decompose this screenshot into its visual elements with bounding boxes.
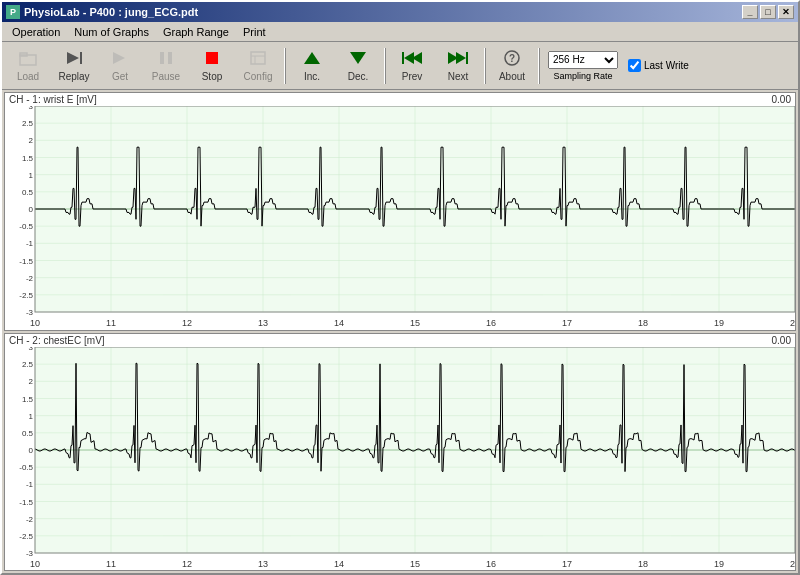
- ch1-label: CH - 1: wrist E [mV]: [9, 94, 97, 105]
- inc-icon: [302, 50, 322, 69]
- load-button[interactable]: Load: [6, 46, 50, 86]
- replay-label: Replay: [58, 71, 89, 82]
- dec-icon: [348, 50, 368, 69]
- graph-body-ch1: [5, 106, 795, 330]
- replay-button[interactable]: Replay: [52, 46, 96, 86]
- config-button[interactable]: Config: [236, 46, 280, 86]
- svg-marker-2: [67, 52, 79, 64]
- svg-marker-12: [350, 52, 366, 64]
- sampling-rate-select[interactable]: 256 Hz 128 Hz 512 Hz 1024 Hz: [548, 51, 618, 69]
- ch2-label: CH - 2: chestEC [mV]: [9, 335, 105, 346]
- next-label: Next: [448, 71, 469, 82]
- get-label: Get: [112, 71, 128, 82]
- menu-operation[interactable]: Operation: [6, 24, 66, 40]
- dec-button[interactable]: Dec.: [336, 46, 380, 86]
- about-label: About: [499, 71, 525, 82]
- graph-header-ch2: CH - 2: chestEC [mV] 0.00: [5, 334, 795, 347]
- main-window: P PhysioLab - P400 : jung_ECG.pdt _ □ ✕ …: [0, 0, 800, 575]
- last-write-area: Last Write: [628, 59, 689, 72]
- title-bar: P PhysioLab - P400 : jung_ECG.pdt _ □ ✕: [2, 2, 798, 22]
- prev-button[interactable]: Prev: [390, 46, 434, 86]
- about-button[interactable]: ? About: [490, 46, 534, 86]
- separator-1: [284, 48, 286, 84]
- pause-button[interactable]: Pause: [144, 46, 188, 86]
- config-label: Config: [244, 71, 273, 82]
- menubar: Operation Num of Graphs Graph Range Prin…: [2, 22, 798, 42]
- get-button[interactable]: Get: [98, 46, 142, 86]
- dec-label: Dec.: [348, 71, 369, 82]
- menu-graph-range[interactable]: Graph Range: [157, 24, 235, 40]
- menu-print[interactable]: Print: [237, 24, 272, 40]
- graph-body-ch2: [5, 347, 795, 571]
- separator-2: [384, 48, 386, 84]
- sampling-rate-label: Sampling Rate: [553, 71, 612, 81]
- svg-rect-7: [206, 52, 218, 64]
- app-icon: P: [6, 5, 20, 19]
- stop-label: Stop: [202, 71, 223, 82]
- content-area: CH - 1: wrist E [mV] 0.00 CH - 2: chestE…: [2, 90, 798, 573]
- inc-label: Inc.: [304, 71, 320, 82]
- load-label: Load: [17, 71, 39, 82]
- svg-rect-6: [168, 52, 172, 64]
- graph-panel-ch1: CH - 1: wrist E [mV] 0.00: [4, 92, 796, 331]
- svg-marker-14: [404, 52, 414, 64]
- next-button[interactable]: Next: [436, 46, 480, 86]
- load-icon: [19, 50, 37, 69]
- svg-rect-18: [466, 52, 468, 64]
- pause-label: Pause: [152, 71, 180, 82]
- replay-icon: [65, 50, 83, 69]
- prev-label: Prev: [402, 71, 423, 82]
- graph-canvas-ch2: [5, 347, 795, 571]
- stop-icon: [203, 50, 221, 69]
- stop-button[interactable]: Stop: [190, 46, 234, 86]
- separator-3: [484, 48, 486, 84]
- ch1-value: 0.00: [772, 94, 791, 105]
- minimize-button[interactable]: _: [742, 5, 758, 19]
- pause-icon: [157, 50, 175, 69]
- restore-button[interactable]: □: [760, 5, 776, 19]
- close-button[interactable]: ✕: [778, 5, 794, 19]
- svg-rect-8: [251, 52, 265, 64]
- graph-canvas-ch1: [5, 106, 795, 330]
- svg-rect-5: [160, 52, 164, 64]
- next-icon: [447, 50, 469, 69]
- prev-icon: [401, 50, 423, 69]
- ch2-value: 0.00: [772, 335, 791, 346]
- svg-rect-15: [402, 52, 404, 64]
- svg-marker-11: [304, 52, 320, 64]
- menu-num-of-graphs[interactable]: Num of Graphs: [68, 24, 155, 40]
- get-icon: [111, 50, 129, 69]
- window-title: PhysioLab - P400 : jung_ECG.pdt: [24, 6, 742, 18]
- svg-marker-4: [113, 52, 125, 64]
- last-write-label: Last Write: [644, 60, 689, 71]
- graph-panel-ch2: CH - 2: chestEC [mV] 0.00: [4, 333, 796, 572]
- toolbar: Load Replay Get: [2, 42, 798, 90]
- svg-text:?: ?: [509, 53, 515, 64]
- graph-header-ch1: CH - 1: wrist E [mV] 0.00: [5, 93, 795, 106]
- sampling-rate-area: 256 Hz 128 Hz 512 Hz 1024 Hz Sampling Ra…: [548, 51, 618, 81]
- about-icon: ?: [503, 50, 521, 69]
- svg-marker-17: [456, 52, 466, 64]
- separator-4: [538, 48, 540, 84]
- window-controls: _ □ ✕: [742, 5, 794, 19]
- config-icon: [249, 50, 267, 69]
- inc-button[interactable]: Inc.: [290, 46, 334, 86]
- svg-rect-3: [80, 52, 82, 64]
- last-write-checkbox[interactable]: [628, 59, 641, 72]
